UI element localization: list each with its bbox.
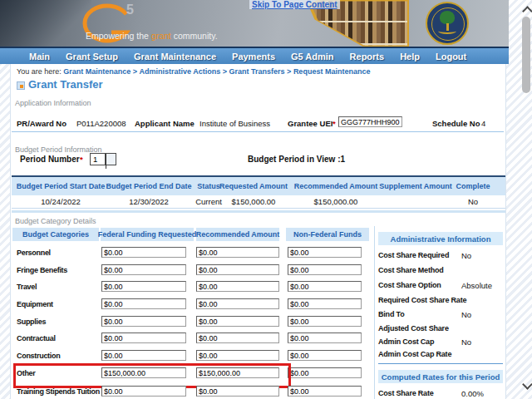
personnel-recommended-input[interactable] (196, 247, 279, 258)
period-requested-amount-cell: $150,000.00 (217, 195, 290, 208)
travel-federal-input[interactable] (101, 281, 186, 292)
pr-award-value: P011A220008 (76, 119, 126, 128)
breadcrumb-separator: > (133, 67, 137, 76)
nav-item-grant-maintenance[interactable]: Grant Maintenance (134, 52, 216, 62)
breadcrumb-link-grant-transfers[interactable]: Grant Transfers (229, 67, 285, 76)
travel-recommended-input[interactable] (196, 281, 279, 292)
admin-row-label: Bind To (378, 310, 404, 318)
admin-row-label: Adjusted Cost Share (378, 324, 449, 332)
fringe-benefits-federal-input[interactable] (101, 264, 186, 275)
chevron-down-icon[interactable] (105, 154, 116, 165)
period-table-header-supplement: Supplement Amount (379, 177, 452, 195)
fringe-benefits-recommended-input[interactable] (196, 264, 279, 275)
period-number-required-mark: * (80, 155, 83, 164)
personnel-federal-input[interactable] (101, 247, 186, 258)
budget-header-federal: Federal Funding Requested (101, 228, 194, 241)
seal-tree (440, 11, 455, 24)
admin-row-label: Cost Share Method (378, 266, 444, 274)
breadcrumb-link-grant-maintenance[interactable]: Grant Maintenance (63, 67, 131, 76)
g5-application-window: 5 Empowering the grant community. Skip T… (0, 0, 532, 399)
training-stipends-tuition-federal-input[interactable] (101, 386, 186, 397)
nav-item-main[interactable]: Main (29, 52, 50, 62)
travel-nonfederal-input[interactable] (288, 281, 362, 292)
budget-category-label: Contractual (17, 334, 56, 342)
scrollbar-thumb[interactable] (522, 17, 530, 93)
main-navigation: Main Grant Setup Grant Maintenance Payme… (0, 47, 509, 64)
breadcrumb-link-request-maintenance[interactable]: Request Maintenance (293, 67, 371, 76)
admin-row-label: Admin Cost Cap Rate (378, 350, 451, 358)
admin-row-label: Admin Cost Cap (378, 337, 434, 346)
scrollbar-up-icon[interactable] (522, 6, 532, 17)
education-seal-icon (426, 2, 469, 45)
breadcrumb-separator: > (287, 67, 291, 76)
pr-award-label: PR/Award No (17, 119, 66, 128)
admin-row-label: Cost Share Required (378, 251, 449, 259)
construction-nonfederal-input[interactable] (288, 350, 362, 361)
equipment-federal-input[interactable] (101, 298, 186, 309)
period-table-header-recommended: Recommended Amount (291, 177, 381, 195)
budget-category-label: Personnel (17, 249, 51, 257)
admin-row-label: Required Cost Share Rate (378, 296, 466, 304)
section-divider (12, 131, 504, 132)
g5-logo-five: 5 (126, 2, 134, 17)
admin-row-label: Cost Share Option (378, 281, 441, 289)
contractual-nonfederal-input[interactable] (288, 332, 362, 343)
seal-base (438, 28, 456, 34)
breadcrumb: You are here: Grant Maintenance > Admini… (17, 67, 370, 76)
tagline-grant: grant (151, 31, 171, 41)
period-table-header-requested: Requested Amount (217, 177, 290, 195)
scrollbar-down-icon[interactable] (522, 379, 532, 390)
period-table-header-start-date: Budget Period Start Date (11, 177, 111, 195)
breadcrumb-separator: > (223, 67, 227, 76)
period-end-date-cell: 12/30/2022 (107, 195, 190, 208)
period-number-select[interactable]: 1 (90, 153, 116, 165)
budget-category-section-label: Budget Category Details (15, 217, 96, 225)
supplies-federal-input[interactable] (101, 316, 186, 327)
highlight-box-other-row (13, 363, 291, 388)
breadcrumb-prefix: You are here: (17, 67, 62, 76)
tagline-pre: Empowering the (86, 31, 151, 41)
admin-row-value: No (461, 251, 471, 260)
nav-item-payments[interactable]: Payments (232, 52, 275, 62)
nav-item-g5-admin[interactable]: G5 Admin (291, 52, 334, 62)
contractual-recommended-input[interactable] (196, 332, 279, 343)
admin-row-value: Absolute (461, 281, 492, 290)
nav-item-logout[interactable]: Logout (436, 52, 466, 62)
budget-period-in-view-label: Budget Period in View :1 (248, 155, 345, 164)
construction-federal-input[interactable] (101, 350, 186, 361)
budget-period-section-label: Budget Period Information (15, 145, 102, 154)
breadcrumb-link-administrative-actions[interactable]: Administrative Actions (140, 67, 221, 76)
period-table-bottom-border (12, 210, 505, 213)
period-recommended-amount-cell: $150,000.00 (291, 195, 381, 208)
schedule-no-label: Schedule No (432, 119, 480, 128)
contractual-federal-input[interactable] (101, 332, 186, 343)
supplies-nonfederal-input[interactable] (288, 316, 362, 327)
personnel-nonfederal-input[interactable] (288, 247, 362, 258)
skip-to-content-link[interactable]: Skip To Page Content (249, 0, 340, 9)
construction-recommended-input[interactable] (196, 350, 279, 361)
other-nonfederal-input[interactable] (288, 367, 362, 378)
equipment-recommended-input[interactable] (196, 298, 279, 309)
grantee-uei-required-mark: * (332, 119, 336, 128)
panel-divider (374, 226, 375, 399)
training-stipends-tuition-recommended-input[interactable] (196, 386, 279, 397)
equipment-nonfederal-input[interactable] (288, 298, 362, 309)
supplies-recommended-input[interactable] (196, 316, 279, 327)
banner-tagline: Empowering the grant community. (86, 31, 218, 41)
budget-header-nonfederal: Non-Federal Funds (286, 228, 369, 241)
applicant-name-label: Applicant Name (135, 119, 195, 128)
budget-category-label: Training Stipends Tuition (17, 387, 100, 396)
grantee-uei-input[interactable] (338, 116, 402, 127)
computed-row-label: Cost Share Rate (378, 389, 434, 397)
page-title: Grant Transfer (28, 78, 103, 91)
fringe-benefits-nonfederal-input[interactable] (288, 264, 362, 275)
nav-item-help[interactable]: Help (400, 52, 420, 62)
period-number-label: Period Number (20, 155, 80, 164)
application-information-section-label: Application Information (15, 99, 91, 107)
budget-category-label: Construction (17, 352, 60, 360)
nav-item-grant-setup[interactable]: Grant Setup (66, 52, 118, 62)
nav-item-reports[interactable]: Reports (350, 52, 385, 62)
period-supplement-amount-cell (379, 195, 452, 208)
training-stipends-tuition-nonfederal-input[interactable] (288, 386, 362, 397)
tagline-post: community. (171, 31, 218, 41)
